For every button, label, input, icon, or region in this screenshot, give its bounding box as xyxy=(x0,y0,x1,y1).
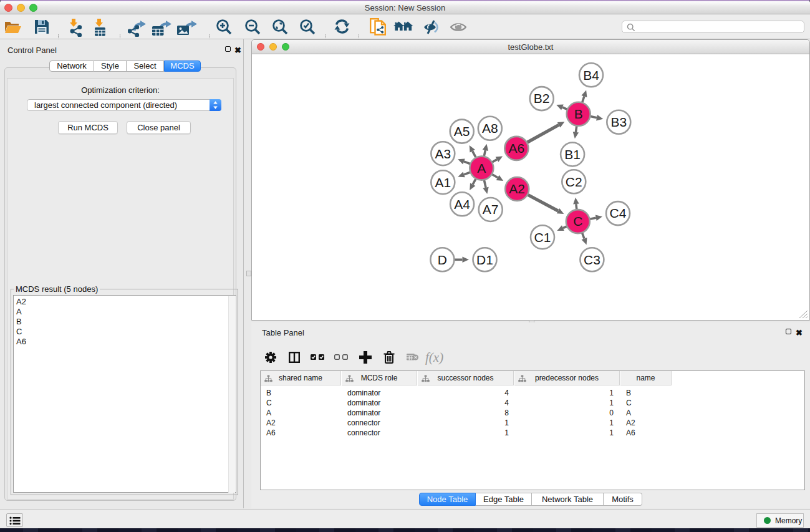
svg-text:C2: C2 xyxy=(566,175,582,189)
svg-text:A2: A2 xyxy=(509,181,525,196)
svg-text:B2: B2 xyxy=(534,91,550,105)
svg-text:A8: A8 xyxy=(482,121,498,135)
svg-text:A6: A6 xyxy=(508,141,524,155)
svg-text:C1: C1 xyxy=(534,230,551,244)
svg-text:B: B xyxy=(574,107,583,121)
svg-text:A4: A4 xyxy=(454,197,470,211)
svg-text:A7: A7 xyxy=(483,202,499,216)
svg-text:B3: B3 xyxy=(610,115,627,129)
svg-text:A: A xyxy=(477,161,486,175)
svg-text:C4: C4 xyxy=(610,206,627,220)
svg-text:A3: A3 xyxy=(435,147,451,161)
svg-text:B4: B4 xyxy=(583,68,599,82)
svg-text:D1: D1 xyxy=(476,253,493,267)
svg-text:D: D xyxy=(438,253,447,267)
svg-text:C: C xyxy=(573,214,582,228)
svg-text:A1: A1 xyxy=(435,175,451,190)
svg-text:B1: B1 xyxy=(564,147,581,162)
svg-text:A5: A5 xyxy=(454,124,470,138)
svg-text:C3: C3 xyxy=(584,253,600,267)
